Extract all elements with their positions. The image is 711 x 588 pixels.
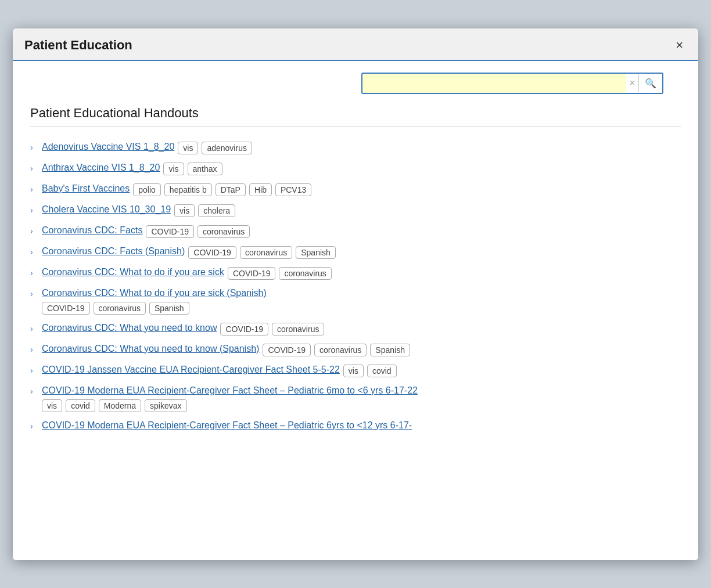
chevron-icon: › bbox=[30, 289, 33, 298]
chevron-icon: › bbox=[30, 226, 33, 236]
tag: Hib bbox=[249, 183, 272, 196]
tag: vis bbox=[163, 163, 184, 175]
tag: coronavirus bbox=[272, 323, 324, 336]
modal-body: × 🔍 Patient Educational Handouts ›Adenov… bbox=[13, 61, 698, 560]
search-input[interactable] bbox=[362, 74, 626, 93]
chevron-icon: › bbox=[30, 247, 33, 257]
tag: adenovirus bbox=[202, 142, 252, 154]
handout-link[interactable]: Anthrax Vaccine VIS 1_8_20 bbox=[42, 163, 160, 173]
tag: Moderna bbox=[99, 399, 141, 412]
tag: vis bbox=[42, 399, 62, 412]
chevron-icon: › bbox=[30, 345, 33, 354]
list-item: ›Baby's First Vaccinespoliohepatitis bDT… bbox=[30, 179, 681, 200]
tag: coronavirus bbox=[314, 344, 367, 356]
list-item: ›Anthrax Vaccine VIS 1_8_20visanthax bbox=[30, 158, 681, 179]
tag: COVID-19 bbox=[263, 344, 311, 356]
handout-link[interactable]: Baby's First Vaccines bbox=[42, 183, 130, 194]
tag: Spanish bbox=[370, 344, 410, 356]
tag: coronavirus bbox=[240, 246, 292, 259]
tag: polio bbox=[133, 183, 161, 196]
tag: coronavirus bbox=[279, 267, 331, 280]
tags-group: COVID-19coronavirusSpanish bbox=[188, 246, 336, 259]
handout-link[interactable]: Coronavirus CDC: What you need to know (… bbox=[42, 344, 259, 354]
tag: cholera bbox=[198, 204, 235, 217]
tag: vis bbox=[178, 142, 198, 154]
tags-group: COVID-19coronavirus bbox=[220, 323, 324, 336]
tags-group: visanthax bbox=[163, 163, 222, 175]
tag: covid bbox=[367, 365, 397, 377]
tag: spikevax bbox=[145, 399, 186, 412]
tags-group: viscovid bbox=[343, 365, 397, 377]
chevron-icon: › bbox=[30, 164, 33, 173]
handout-list: ›Adenovirus Vaccine VIS 1_8_20visadenovi… bbox=[30, 138, 681, 435]
modal-header: Patient Education × bbox=[13, 28, 698, 61]
list-item: ›Coronavirus CDC: What to do if you are … bbox=[30, 263, 681, 284]
tag: DTaP bbox=[216, 183, 246, 196]
list-item: ›Coronavirus CDC: What you need to knowC… bbox=[30, 319, 681, 340]
handout-link[interactable]: COVID-19 Moderna EUA Recipient-Caregiver… bbox=[42, 385, 418, 396]
list-item: ›Coronavirus CDC: Facts (Spanish)COVID-1… bbox=[30, 242, 681, 263]
close-button[interactable]: × bbox=[672, 38, 687, 53]
tag: coronavirus bbox=[94, 302, 146, 315]
list-item: ›COVID-19 Janssen Vaccine EUA Recipient-… bbox=[30, 360, 681, 381]
handout-link[interactable]: Coronavirus CDC: What to do if you are s… bbox=[42, 267, 224, 277]
tag: hepatitis b bbox=[164, 183, 212, 196]
chevron-icon: › bbox=[30, 387, 33, 396]
list-item: ›Coronavirus CDC: What you need to know … bbox=[30, 340, 681, 360]
chevron-icon: › bbox=[30, 268, 33, 277]
search-icon: 🔍 bbox=[645, 78, 656, 88]
tag: COVID-19 bbox=[146, 225, 194, 238]
chevron-icon: › bbox=[30, 324, 33, 333]
chevron-icon: › bbox=[30, 421, 33, 431]
list-item: ›COVID-19 Moderna EUA Recipient-Caregive… bbox=[30, 381, 681, 416]
patient-education-modal: Patient Education × × 🔍 Patient Educatio… bbox=[13, 28, 698, 560]
tags-group: COVID-19coronavirusSpanish bbox=[42, 302, 189, 315]
tag: COVID-19 bbox=[228, 267, 276, 280]
chevron-icon: › bbox=[30, 143, 33, 152]
handout-link[interactable]: Coronavirus CDC: What you need to know bbox=[42, 323, 217, 333]
tag: covid bbox=[66, 399, 95, 412]
chevron-icon: › bbox=[30, 205, 33, 215]
search-clear-button[interactable]: × bbox=[626, 78, 638, 88]
handout-link[interactable]: COVID-19 Janssen Vaccine EUA Recipient-C… bbox=[42, 365, 340, 375]
tag: COVID-19 bbox=[188, 246, 236, 259]
search-submit-button[interactable]: 🔍 bbox=[638, 74, 662, 92]
search-row: × 🔍 bbox=[30, 73, 681, 94]
modal-title: Patient Education bbox=[24, 38, 132, 53]
tags-group: COVID-19coronavirusSpanish bbox=[263, 344, 410, 356]
handout-link[interactable]: Coronavirus CDC: What to do if you are s… bbox=[42, 288, 267, 298]
chevron-icon: › bbox=[30, 366, 33, 375]
handout-link[interactable]: Adenovirus Vaccine VIS 1_8_20 bbox=[42, 142, 174, 152]
tag: vis bbox=[343, 365, 364, 377]
tags-group: vischolera bbox=[174, 204, 235, 217]
handout-link[interactable]: Cholera Vaccine VIS 10_30_19 bbox=[42, 204, 171, 215]
tag: PCV13 bbox=[275, 183, 311, 196]
section-title: Patient Educational Handouts bbox=[30, 106, 681, 127]
tag: Spanish bbox=[296, 246, 336, 259]
tags-group: visadenovirus bbox=[178, 142, 252, 154]
chevron-icon: › bbox=[30, 185, 33, 194]
list-item: ›Adenovirus Vaccine VIS 1_8_20visadenovi… bbox=[30, 138, 681, 158]
tags-group: viscovidModernaspikevax bbox=[42, 399, 187, 412]
list-item: ›Coronavirus CDC: FactsCOVID-19coronavir… bbox=[30, 221, 681, 242]
tags-group: COVID-19coronavirus bbox=[228, 267, 332, 280]
search-box: × 🔍 bbox=[361, 73, 663, 94]
list-item: ›Cholera Vaccine VIS 10_30_19vischolera bbox=[30, 200, 681, 221]
tag: Spanish bbox=[149, 302, 189, 315]
tag: coronavirus bbox=[198, 225, 250, 238]
list-item: ›Coronavirus CDC: What to do if you are … bbox=[30, 284, 681, 319]
tags-group: poliohepatitis bDTaPHibPCV13 bbox=[133, 183, 311, 196]
tag: anthax bbox=[188, 163, 222, 175]
handout-link[interactable]: Coronavirus CDC: Facts bbox=[42, 225, 142, 236]
tag: vis bbox=[174, 204, 195, 217]
tags-group: COVID-19coronavirus bbox=[146, 225, 250, 238]
handout-link[interactable]: Coronavirus CDC: Facts (Spanish) bbox=[42, 246, 185, 257]
list-item: ›COVID-19 Moderna EUA Recipient-Caregive… bbox=[30, 416, 681, 435]
tag: COVID-19 bbox=[220, 323, 268, 336]
tag: COVID-19 bbox=[42, 302, 90, 315]
handout-link[interactable]: COVID-19 Moderna EUA Recipient-Caregiver… bbox=[42, 420, 412, 431]
